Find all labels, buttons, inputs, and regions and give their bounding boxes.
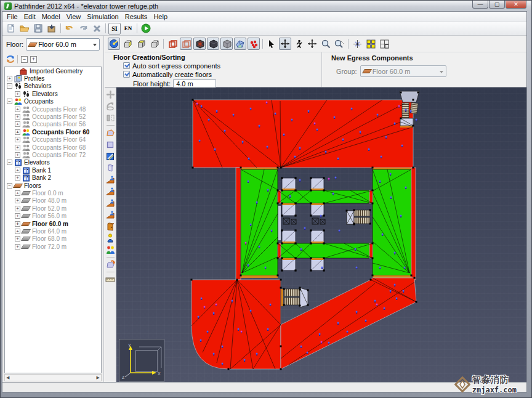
tree-expand-icon[interactable]: + — [15, 236, 20, 242]
show-mesh-button[interactable] — [193, 38, 206, 50]
tree-expand-icon[interactable]: + — [15, 198, 20, 203]
tree-expand-icon[interactable]: + — [15, 221, 20, 227]
view-cube-b-button[interactable] — [135, 38, 147, 50]
menu-edit[interactable]: Edit — [21, 12, 39, 21]
tree-item-profiles[interactable]: +Profiles — [5, 75, 101, 82]
tree-expand-icon[interactable]: + — [15, 229, 20, 234]
fit-selection-button[interactable] — [378, 38, 390, 50]
tree-item-occupants[interactable]: −Occupants — [5, 98, 101, 105]
tree-expand-icon[interactable]: + — [15, 175, 20, 181]
rotate-shape-button[interactable] — [105, 259, 116, 270]
tree-collapse-icon[interactable]: − — [7, 83, 12, 89]
tree-item-floor-64-0-m[interactable]: +Floor 64.0 m — [5, 227, 101, 235]
fit-all-button[interactable] — [365, 38, 377, 50]
zoom-box-button[interactable] — [333, 38, 345, 50]
save-file-button[interactable] — [32, 23, 44, 35]
rotate-tool-button[interactable] — [105, 101, 116, 112]
menu-help[interactable]: Help — [150, 12, 171, 21]
tree-item-floor-48-0-m[interactable]: +Floor 48.0 m — [5, 197, 101, 205]
tree-expand-icon[interactable]: + — [15, 213, 20, 219]
tree-sync-button[interactable] — [5, 54, 15, 65]
tree-item-floor-60-0-m[interactable]: +Floor 60.0 m — [5, 220, 101, 227]
auto-create-checkbox[interactable] — [123, 71, 130, 78]
polygon-room-button[interactable] — [105, 128, 116, 138]
tree-item-behaviors[interactable]: −Behaviors — [5, 83, 101, 90]
undo-button[interactable] — [63, 23, 76, 35]
minimize-button[interactable]: — — [472, 1, 488, 9]
floor-height-input[interactable]: 4.0 m — [173, 79, 216, 88]
tree-item-floor-68-0-m[interactable]: +Floor 68.0 m — [5, 235, 101, 243]
tree-item-floor-52-0-m[interactable]: +Floor 52.0 m — [5, 205, 101, 212]
run-simulation-button[interactable] — [140, 23, 152, 35]
occupant-button[interactable] — [105, 233, 116, 243]
slab-button[interactable] — [105, 151, 116, 161]
tree-expand-icon[interactable]: + — [15, 244, 20, 250]
tree-expand-icon[interactable]: + — [15, 168, 20, 173]
tree-expand-icon[interactable]: + — [15, 129, 20, 135]
solid-dark-button[interactable] — [207, 38, 219, 50]
tree-expand-icon[interactable]: + — [15, 114, 20, 120]
redo-button[interactable] — [77, 23, 89, 35]
tree-expand-icon[interactable]: + — [15, 206, 20, 211]
stairs-d-button[interactable] — [105, 209, 116, 220]
tree-item-imported-geometry[interactable]: +Imported Geometry — [5, 67, 101, 75]
rectangle-room-button[interactable] — [105, 139, 116, 150]
move-tool-button[interactable] — [105, 89, 116, 100]
tree-item-occupants-floor-68[interactable]: +Occupants Floor 68 — [5, 144, 101, 151]
outline-button[interactable] — [180, 38, 192, 50]
si-units-button[interactable]: SI — [108, 23, 121, 35]
tree-item-bank-1[interactable]: +Bank 1 — [5, 166, 101, 174]
tree-expand-icon[interactable]: + — [15, 152, 20, 158]
show-navmesh-button[interactable] — [234, 38, 246, 50]
new-file-button[interactable] — [5, 23, 17, 35]
menu-model[interactable]: Model — [39, 12, 63, 21]
mirror-tool-button[interactable] — [105, 113, 116, 123]
menu-view[interactable]: View — [63, 12, 84, 21]
stairs-c-button[interactable] — [105, 198, 116, 208]
auto-sort-checkbox[interactable] — [123, 62, 130, 69]
title-bar[interactable]: Pathfinder 2012 x64 - *elevator tower re… — [1, 1, 531, 11]
solid-gray-button[interactable] — [220, 38, 233, 50]
tree-item-occupants-floor-48[interactable]: +Occupants Floor 48 — [5, 105, 101, 113]
menu-file[interactable]: File — [4, 12, 21, 21]
collapse-all-button[interactable]: − — [21, 56, 28, 63]
door-button[interactable] — [105, 221, 116, 232]
orbit-tool-button[interactable] — [279, 38, 291, 50]
view-perspective-button[interactable] — [108, 38, 120, 50]
tree-item-occupants-floor-52[interactable]: +Occupants Floor 52 — [5, 113, 101, 120]
stairs-b-button[interactable] — [105, 186, 116, 197]
wall-button[interactable] — [105, 163, 116, 173]
en-units-button[interactable]: EN — [122, 23, 134, 35]
tree-item-elevators[interactable]: −Elevators — [5, 159, 101, 166]
tree-expand-icon[interactable]: + — [15, 137, 20, 142]
group-combobox[interactable]: Floor 60.0 m — [360, 65, 446, 77]
floor-combobox[interactable]: Floor 60.0 m — [26, 38, 100, 51]
pan-tool-button[interactable] — [306, 38, 318, 50]
tree-expand-icon[interactable]: + — [7, 76, 12, 81]
open-file-button[interactable] — [18, 23, 31, 35]
auto-sort-checkbox-row[interactable]: Auto sort egress components — [123, 62, 220, 70]
tree-item-occupants-floor-64[interactable]: +Occupants Floor 64 — [5, 136, 101, 144]
tree-collapse-icon[interactable]: − — [7, 160, 12, 165]
menu-simulation[interactable]: Simulation — [84, 12, 121, 21]
viewport-3d[interactable]: Y X Z — [116, 87, 526, 382]
tree-item-occupants-floor-60[interactable]: +Occupants Floor 60 — [5, 128, 101, 136]
tree-item-floor-72-0-m[interactable]: +Floor 72.0 m — [5, 243, 101, 250]
tree-expand-icon[interactable]: + — [15, 145, 20, 150]
tree-expand-icon[interactable]: + — [15, 190, 20, 196]
delete-button[interactable] — [91, 23, 103, 35]
ruler-button[interactable] — [105, 274, 116, 285]
tree-item-occupants-floor-72[interactable]: +Occupants Floor 72 — [5, 151, 101, 158]
tree-collapse-icon[interactable]: − — [7, 183, 12, 189]
wireframe-button[interactable] — [166, 38, 179, 50]
zoom-tool-button[interactable] — [320, 38, 332, 50]
maximize-button[interactable]: ▢ — [489, 1, 505, 9]
auto-create-checkbox-row[interactable]: Automatically create floors — [123, 70, 220, 78]
occupant-group-button[interactable] — [105, 245, 116, 255]
select-tool-button[interactable] — [265, 38, 278, 50]
tree-item-floor-56-0-m[interactable]: +Floor 56.0 m — [5, 212, 101, 219]
tree-collapse-icon[interactable]: − — [7, 99, 12, 104]
tree-item-bank-2[interactable]: +Bank 2 — [5, 174, 101, 181]
tree-item-elevators[interactable]: +Elevators — [5, 90, 101, 97]
tree-expand-icon[interactable]: + — [15, 107, 20, 112]
